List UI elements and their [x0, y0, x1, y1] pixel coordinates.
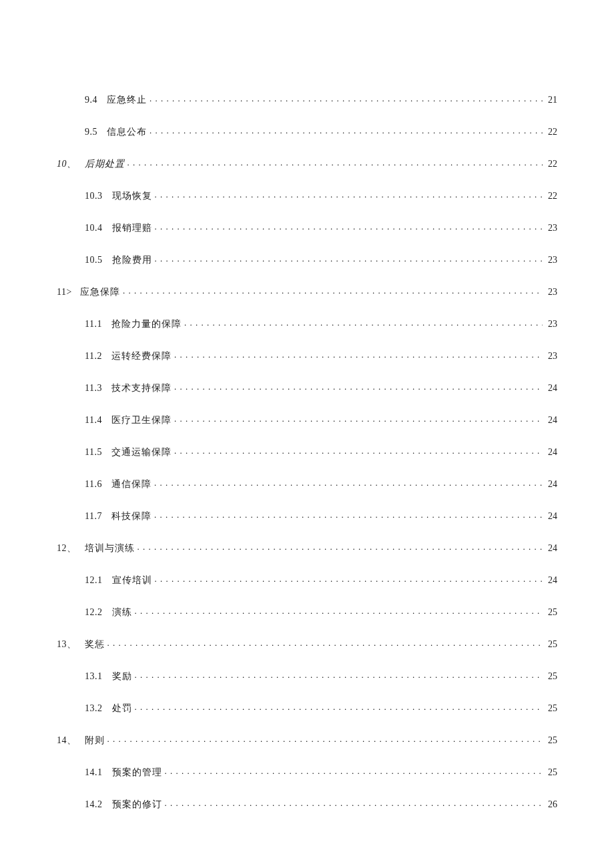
toc-entry: 11.1抢险力量的保障23 [57, 318, 557, 329]
toc-page: 9.4应急终止219.5信息公布2210、后期处置2210.3现场恢复2210.… [0, 0, 614, 868]
toc-leader-dots [174, 414, 543, 423]
toc-entry-page: 22 [545, 127, 557, 137]
toc-entry-title: 预案的修订 [112, 800, 162, 809]
toc-entry-page: 24 [545, 576, 557, 585]
toc-entry-title: 宣传培训 [112, 576, 152, 585]
toc-entry-page: 24 [545, 448, 557, 457]
toc-entry-page: 22 [545, 159, 557, 169]
toc-entry-number: 13.2 [85, 704, 103, 713]
toc-leader-dots [184, 318, 543, 327]
toc-entry-page: 23 [545, 256, 557, 265]
toc-leader-dots [127, 157, 543, 167]
toc-entry: 11.7科技保障24 [57, 510, 557, 521]
toc-entry-title: 医疗卫生保障 [111, 416, 172, 425]
toc-entry-page: 25 [545, 736, 557, 745]
toc-entry: 14.2预案的修订26 [57, 798, 557, 809]
toc-entry-page: 23 [545, 352, 557, 361]
toc-entry: 14、附则25 [57, 734, 557, 745]
toc-leader-dots [135, 702, 543, 711]
toc-entry-title: 预案的管理 [112, 768, 162, 777]
toc-entry-page: 24 [545, 416, 557, 425]
toc-leader-dots [155, 254, 543, 263]
toc-entry-page: 25 [545, 768, 557, 777]
toc-entry-title: 运转经费保障 [111, 352, 172, 361]
toc-entry: 13.1奖励25 [57, 670, 557, 681]
toc-leader-dots [165, 798, 543, 807]
toc-leader-dots [107, 734, 543, 743]
toc-entry: 10、后期处置22 [57, 157, 557, 169]
toc-entry-page: 24 [545, 544, 557, 553]
toc-leader-dots [149, 125, 543, 135]
toc-leader-dots [135, 606, 543, 615]
toc-entry-number: 11.4 [85, 416, 102, 425]
toc-entry-page: 26 [545, 800, 557, 809]
toc-entry: 12.1宣传培训24 [57, 574, 557, 585]
toc-leader-dots [155, 222, 543, 231]
toc-entry-page: 24 [545, 512, 557, 521]
toc-entry-number: 10.4 [85, 224, 103, 233]
toc-leader-dots [107, 638, 543, 647]
toc-entry-number: 9.4 [85, 95, 97, 105]
toc-entry-title: 现场恢复 [112, 191, 152, 201]
toc-entry-number: 11.6 [85, 480, 102, 489]
toc-entry-number: 12、 [57, 544, 77, 553]
toc-entry-number: 12.2 [85, 608, 103, 617]
toc-entry-page: 23 [545, 288, 557, 297]
toc-leader-dots [154, 478, 543, 487]
toc-entry-page: 24 [545, 480, 557, 489]
toc-entry: 10.4报销理赔23 [57, 222, 557, 233]
toc-entry: 11.4医疗卫生保障24 [57, 414, 557, 425]
toc-entry-title: 后期处置 [85, 159, 125, 169]
toc-entry-title: 抢险费用 [112, 256, 152, 265]
toc-entry-number: 12.1 [85, 576, 103, 585]
toc-entry-page: 25 [545, 640, 557, 649]
toc-entry: 12、培训与演练24 [57, 542, 557, 553]
toc-entry-title: 奖惩 [85, 640, 105, 649]
toc-entry-title: 处罚 [112, 704, 132, 713]
toc-leader-dots [154, 510, 543, 519]
toc-entry-number: 11> [57, 288, 72, 297]
toc-entry-title: 培训与演练 [85, 544, 135, 553]
toc-entry-number: 14、 [57, 736, 77, 745]
toc-leader-dots [149, 93, 543, 103]
toc-entry-number: 11.2 [85, 352, 102, 361]
toc-entry-page: 23 [545, 320, 557, 329]
toc-entry: 11>应急保障23 [57, 286, 557, 297]
toc-entry-title: 信息公布 [107, 127, 147, 137]
toc-entry-page: 25 [545, 704, 557, 713]
toc-entry-number: 11.1 [85, 320, 102, 329]
toc-leader-dots [174, 350, 543, 359]
toc-entry: 9.4应急终止21 [57, 93, 557, 105]
toc-entry: 10.5抢险费用23 [57, 254, 557, 265]
toc-entry-title: 应急保障 [80, 288, 120, 297]
toc-entry-page: 25 [545, 608, 557, 617]
toc-entry-number: 14.2 [85, 800, 103, 809]
toc-entry-number: 11.3 [85, 384, 102, 393]
toc-entry-title: 科技保障 [111, 512, 151, 521]
toc-entry: 13、奖惩25 [57, 638, 557, 649]
toc-entry: 11.5交通运输保障24 [57, 446, 557, 457]
toc-entry-number: 10、 [57, 159, 77, 169]
toc-entry-page: 25 [545, 672, 557, 681]
toc-entry: 11.6通信保障24 [57, 478, 557, 489]
toc-entry-title: 交通运输保障 [111, 448, 172, 457]
toc-entry: 13.2处罚25 [57, 702, 557, 713]
toc-entry-number: 10.5 [85, 256, 103, 265]
toc-entry: 12.2演练25 [57, 606, 557, 617]
toc-entry: 11.2运转经费保障23 [57, 350, 557, 361]
toc-entry-number: 13、 [57, 640, 77, 649]
toc-entry: 9.5信息公布22 [57, 125, 557, 137]
toc-entry-number: 11.7 [85, 512, 102, 521]
toc-entry-page: 24 [545, 384, 557, 393]
toc-entry-title: 报销理赔 [112, 224, 152, 233]
toc-entry-title: 通信保障 [111, 480, 151, 489]
toc-list: 9.4应急终止219.5信息公布2210、后期处置2210.3现场恢复2210.… [57, 93, 557, 809]
toc-entry-number: 13.1 [85, 672, 103, 681]
toc-entry-title: 应急终止 [107, 95, 147, 105]
toc-leader-dots [135, 670, 543, 679]
toc-leader-dots [165, 766, 543, 775]
toc-leader-dots [155, 189, 543, 199]
toc-entry-title: 附则 [85, 736, 105, 745]
toc-entry-page: 23 [545, 224, 557, 233]
toc-entry-title: 演练 [112, 608, 132, 617]
